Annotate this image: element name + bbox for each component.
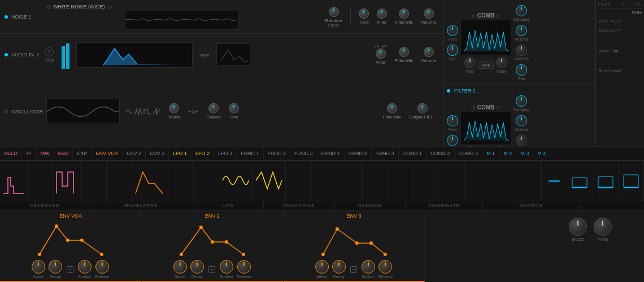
tab-env3[interactable]: ENV 3 [146,147,169,160]
tab-lfo3[interactable]: LFO 3 [214,147,237,160]
osc-fine-knob[interactable] [229,103,239,113]
triangle-icon[interactable] [134,108,142,116]
tab-env2[interactable]: ENV 2 [123,147,146,160]
env-vca-sustain-knob[interactable] [78,260,92,274]
tab-at[interactable]: AT [22,147,37,160]
f1-comb-label: COMB [477,12,495,19]
filter1-type-badge[interactable]: HP6 [478,61,494,69]
tab-func1[interactable]: FUNC 1 [237,147,264,160]
env2-release-knob[interactable] [237,260,251,274]
env-vca-attack-knob[interactable] [32,260,45,274]
tab-m3[interactable]: M 3 [516,147,533,160]
tab-comb3[interactable]: COMB 3 [455,147,483,160]
tab-func3[interactable]: FUNC 3 [290,147,317,160]
mini-lfo2 [253,161,286,201]
tab-rand2[interactable]: RAND 2 [345,147,372,160]
env3-release-knob[interactable] [378,260,392,274]
f2-comb-prev[interactable]: ◁ [471,104,475,110]
f2-allpass-knob[interactable] [516,135,527,146]
input-label: Input [199,52,210,58]
tab-kbd[interactable]: KBD [54,147,73,160]
env2-link[interactable]: ∞ [208,266,215,273]
noise-filter-knob[interactable] [377,8,387,19]
svg-marker-1 [464,30,509,51]
audio-volume-knob-group: Volume [421,47,436,63]
env2-attack-knob[interactable] [173,260,187,274]
f1-mode-knob[interactable] [496,57,507,68]
f1-comb-prev[interactable]: ◁ [471,13,475,19]
osc-width-knob[interactable] [169,103,179,113]
f1-kbd-knob[interactable] [464,57,476,68]
osc-output-knob[interactable] [417,103,428,113]
noise-prev-btn[interactable]: ◁ [45,4,51,10]
sine-icon[interactable] [125,108,133,116]
env3-attack-knob[interactable] [315,260,329,274]
env2-knobs: Attack Decay ∞ Sustain Re [173,260,251,279]
audio-filtermix-knob[interactable] [399,47,409,57]
tab-func2[interactable]: FUNC 2 [264,147,291,160]
audio-in-label-group: AUDIO IN ▾ [5,52,41,58]
tab-m4[interactable]: M 4 [533,147,550,160]
tab-rand1[interactable]: RAND 1 [317,147,345,160]
tab-rand3[interactable]: RAND 3 [372,147,399,160]
f1-damping-knob[interactable] [516,5,527,16]
f2-comb-next[interactable]: ▷ [497,104,501,110]
env-vca-decay-knob[interactable] [49,260,62,274]
mini-comb2 [490,161,516,201]
help-icon[interactable]: ? [45,47,54,56]
audio-in-expand[interactable]: ▾ [37,52,40,58]
tab-comb1[interactable]: COMB 1 [399,147,427,160]
f1-allpass-knob[interactable] [516,45,527,56]
noise-random-knob[interactable] [329,7,339,17]
f1-volume-knob[interactable] [516,25,527,36]
osc-coarse-knob[interactable] [208,103,219,113]
noise-volume-knob-group: Volume [421,8,436,25]
tab-exp[interactable]: EXP [73,147,92,160]
f2-gain-knob[interactable] [447,135,458,146]
tab-env-vca[interactable]: ENV VCA [92,147,123,160]
filter2-header: FILTER 2 : [447,88,592,94]
tab-velo[interactable]: VELO [0,147,22,160]
env3-decay-knob[interactable] [332,260,346,274]
audio-filter-knob[interactable] [376,49,386,59]
f1-pan-knob[interactable] [516,64,527,76]
noise-volume-knob[interactable] [424,8,434,19]
f2-volume-knob[interactable] [516,115,527,126]
noise-filtermix-knob[interactable] [399,8,409,19]
f1-gain-knob[interactable] [447,45,458,56]
noise-random-knob-group: Random Phase [325,7,342,27]
audio-volume-knob[interactable] [424,47,434,57]
tab-m1[interactable]: M 1 [482,147,499,160]
buzz-knob[interactable] [569,218,587,236]
osc-width-label: Width [168,114,180,120]
env2-decay-knob[interactable] [190,260,204,274]
env-vca-attack-label: Attack [33,275,43,279]
f2-damping-knob[interactable] [516,95,527,107]
env3-sustain-knob[interactable] [362,260,375,274]
f2-freq-knob[interactable] [447,115,458,126]
sec-envelopes-label: ENVELOPES [90,201,193,210]
noise-tune-knob[interactable] [359,8,369,19]
env2-sustain-knob[interactable] [220,260,233,274]
tab-mw[interactable]: MW [37,147,54,160]
square-icon[interactable] [143,108,151,116]
env-vca-release-knob[interactable] [95,260,109,274]
tab-lfo1[interactable]: LFO 1 [169,147,192,160]
tab-comb2[interactable]: COMB 2 [427,147,455,160]
f1-comb-next[interactable]: ▷ [497,13,501,19]
audio-in-waveform [76,42,193,68]
env3-link[interactable]: ∞ [350,266,357,273]
q-arrow-left[interactable]: ◂ [188,109,190,114]
link-icon[interactable]: ∞ [67,266,73,273]
osc-filtermix-knob[interactable] [387,103,397,113]
q-arrow-right[interactable]: ▸ [196,109,198,114]
synth-main: NOISE 1 ◁ WHITE NOISE (WIDE) ▷ [0,0,443,147]
tab-lfo2[interactable]: LFO 2 [192,147,214,160]
osc-coarse-knob-group: Coarse [206,103,221,120]
tab-m2[interactable]: M 2 [499,147,516,160]
osc-label-group: OSCILLATOR [5,109,43,114]
saw-icon[interactable] [153,108,160,116]
time-knob[interactable] [594,218,612,236]
noise-next-btn[interactable]: ▷ [107,4,114,10]
f1-freq-knob[interactable] [447,25,458,36]
